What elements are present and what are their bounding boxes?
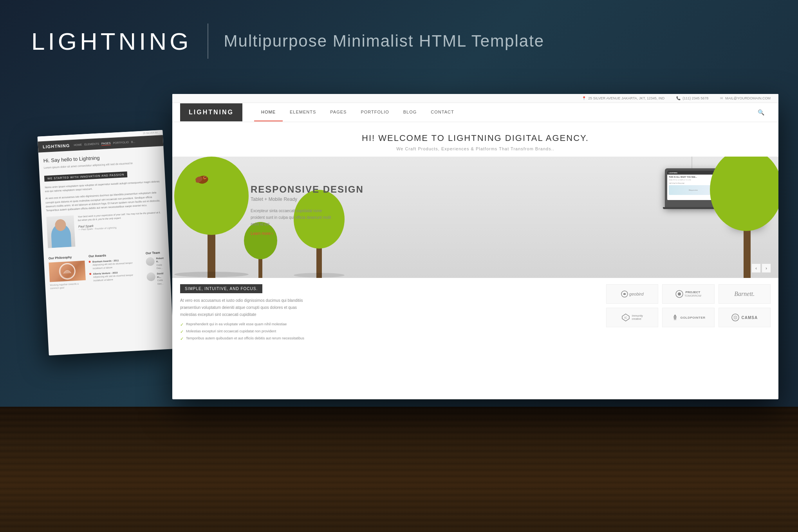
shadow-big-left [174, 272, 249, 277]
team-2-name: David Fi... [157, 272, 165, 279]
left-address: 25 SILVER AV... [143, 131, 160, 134]
innovation-badge: WE STARTED WITH INNOVATION AND PASSION [44, 171, 128, 181]
geobird-text: geobird [629, 292, 644, 296]
team-avatar-1 [146, 257, 155, 266]
wood-grain [0, 407, 798, 532]
location-icon: 📍 [582, 96, 586, 100]
banner-text-area: RESPONSIVE DESIGN Tablet + Mobile Ready … [251, 184, 364, 236]
left-nav: HOME ELEMENTS PAGES PORTFOLIO B... [74, 140, 135, 147]
check-text-2: Molestias excepturi sint occaecati cupid… [186, 329, 276, 333]
project-text: PROJECT TOMORROW [684, 291, 701, 297]
nav-link-elements[interactable]: ELEMENTS [283, 103, 323, 121]
svg-point-0 [59, 263, 76, 280]
award-dot-1 [89, 261, 91, 263]
header-tagline: Multipurpose Minimalist HTML Template [224, 32, 545, 50]
check-text-1: Reprehenderit qui in ea voluptate velit … [186, 322, 287, 326]
team-2: David Fi... Code Dev... [147, 272, 166, 286]
hero-section: HI! WELCOME TO LIGHTNING DIGITAL AGENCY.… [172, 122, 778, 157]
philosophy-col: Our Philosophy Working together towards … [49, 255, 87, 294]
person-section: Your best work is your expression of you… [46, 211, 164, 248]
main-nav-bar: LIGHTNING HOME ELEMENTS PAGES PORTFOLIO … [172, 103, 778, 122]
simple-badge: SIMPLE, INTUITIVE, AND FOCUS. [180, 284, 262, 293]
tree-right-big [708, 157, 778, 278]
phone-info: 📞 (111) 2345 5678 [676, 96, 708, 100]
canopy-right [710, 157, 778, 231]
philosophy-title: Our Philosophy [49, 255, 85, 260]
bird-left [195, 173, 211, 188]
address-text: 25 SILVER AVENUE JAKARTA, JKT, 12345, IN… [588, 96, 664, 100]
immunity-content: IC Immunitycreative [621, 313, 643, 322]
nav-links: HOME ELEMENTS PAGES PORTFOLIO BLOG CONTA… [254, 103, 751, 121]
nav-elements[interactable]: ELEMENTS [84, 142, 99, 146]
left-content: Hi. Say hello to Lightning Lorem ipsum d… [38, 146, 169, 254]
search-button[interactable]: 🔍 [751, 103, 771, 122]
brand-camsa: CAMSA [719, 308, 771, 327]
preview-main-card: 📍 25 SILVER AVENUE JAKARTA, JKT, 12345, … [172, 94, 778, 399]
phone-icon: 📞 [676, 96, 681, 100]
brand-project: PROJECT TOMORROW [662, 284, 714, 304]
check-3: ✓ Temporibus autem quibusdam et aut offi… [180, 336, 598, 341]
hero-banner: RESPONSIVE DESIGN Tablet + Mobile Ready … [172, 157, 778, 278]
team-avatar-2 [147, 272, 156, 281]
check-1: ✓ Reprehenderit qui in ea voluptate veli… [180, 322, 598, 327]
nav-home[interactable]: HOME [74, 143, 82, 147]
hero-title: HI! WELCOME TO LIGHTNING DIGITAL AGENCY. [180, 133, 771, 143]
nav-more: B... [131, 140, 135, 144]
email-info: ✉ MAIL@YOURDOMAIN.COM [720, 96, 771, 100]
award-2: Alberta Venture - 2010 Adipisicing elit … [89, 270, 143, 282]
team-title: Our Team [146, 251, 164, 255]
awards-title: Our Awards [88, 252, 142, 258]
brands-grid: geobird PROJECT TOMORROW Barnett. [606, 284, 771, 343]
award-1: Branham Awards - 2011 Adipisicing elit s… [89, 258, 143, 270]
philosophy-text: Working together towards a common goal [50, 282, 86, 290]
nav-link-contact[interactable]: CONTACT [424, 103, 461, 121]
check-icon-2: ✓ [180, 329, 184, 334]
preview-left-card: 25 SILVER AV... LIGHTNING HOME ELEMENTS … [38, 130, 174, 355]
team-col: Our Team Robert K. Code Dev... David Fi.… [146, 251, 166, 288]
brand-immunity: IC Immunitycreative [606, 308, 658, 327]
goldpointer-content: GOLDPOINTER [671, 314, 705, 321]
check-text-3: Temporibus autem quibusdam et aut offici… [186, 336, 304, 340]
next-arrow[interactable]: › [762, 264, 771, 272]
brand-logo: LIGHTNING [31, 27, 192, 55]
trunk-right [744, 223, 751, 278]
brand-geobird: geobird [606, 284, 658, 304]
svg-text:IC: IC [625, 316, 627, 319]
svg-point-13 [678, 292, 681, 296]
team-1: Robert K. Code Dev... [146, 256, 165, 271]
bottom-content-area: SIMPLE, INTUITIVE, AND FOCUS. At vero eo… [172, 278, 778, 350]
bottom-section: Our Philosophy Working together towards … [43, 247, 171, 297]
barnett-text: Barnett. [734, 290, 755, 298]
team-1-title: Code Dev... [156, 263, 165, 270]
camsa-content: CAMSA [731, 313, 758, 322]
canopy-big-left [174, 157, 249, 235]
philosophy-img [49, 261, 86, 282]
nav-link-home[interactable]: HOME [254, 103, 283, 121]
nav-link-blog[interactable]: BLOG [396, 103, 424, 121]
body-text-2: At vero eos et accusamus iuto odio digni… [45, 191, 162, 213]
nav-link-portfolio[interactable]: PORTFOLIO [354, 103, 396, 121]
nav-pages[interactable]: PAGES [101, 142, 111, 146]
brand-barnett: Barnett. [719, 284, 771, 304]
email-text: MAIL@YOURDOMAIN.COM [725, 96, 771, 100]
banner-arrows: ‹ › [752, 264, 771, 272]
shadow-middle [294, 273, 345, 278]
main-info-bar: 📍 25 SILVER AVENUE JAKARTA, JKT, 12345, … [172, 94, 778, 103]
nav-portfolio[interactable]: PORTFOLIO [113, 141, 129, 145]
learn-more-link[interactable]: Learn more › [251, 231, 364, 236]
check-icon-1: ✓ [180, 322, 184, 327]
prev-arrow[interactable]: ‹ [752, 264, 760, 272]
check-icon-3: ✓ [180, 336, 184, 341]
bottom-description: At vero eos accusamus et iusto odio dign… [180, 297, 313, 318]
brand-goldpointer: GOLDPOINTER [662, 308, 714, 327]
awards-col: Our Awards Branham Awards - 2011 Adipisi… [88, 252, 144, 291]
banner-subtitle: Tablet + Mobile Ready [251, 197, 364, 202]
address-info: 📍 25 SILVER AVENUE JAKARTA, JKT, 12345, … [582, 96, 664, 100]
project-content: PROJECT TOMORROW [675, 290, 701, 298]
team-1-name: Robert K. [156, 256, 164, 263]
email-icon: ✉ [720, 96, 723, 100]
nav-link-pages[interactable]: PAGES [323, 103, 354, 121]
main-logo[interactable]: LIGHTNING [180, 103, 242, 121]
header-section: LIGHTNING Multipurpose Minimalist HTML T… [31, 23, 767, 59]
goldpointer-text: GOLDPOINTER [680, 316, 705, 319]
